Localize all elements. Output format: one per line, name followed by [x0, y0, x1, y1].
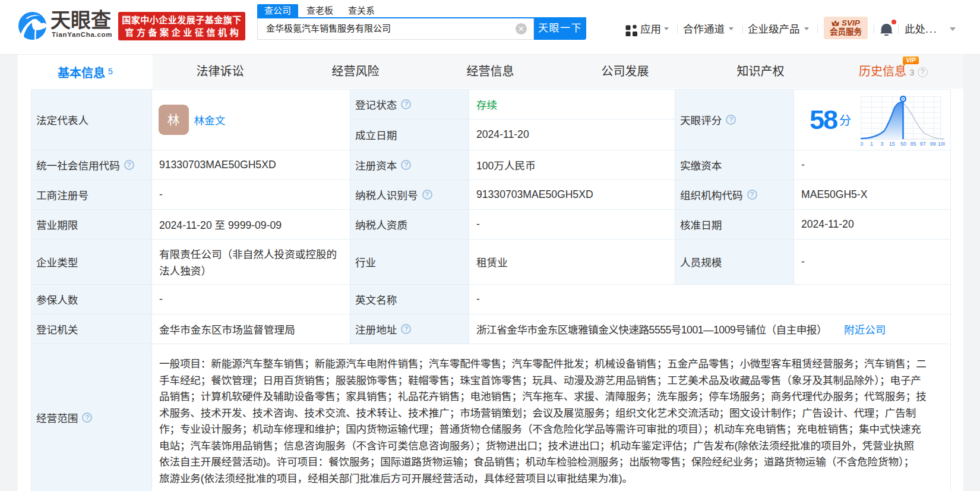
svg-text:50: 50 — [900, 141, 906, 147]
svg-text:99: 99 — [930, 141, 936, 147]
svg-text:100: 100 — [938, 141, 945, 147]
svg-text:1: 1 — [870, 141, 873, 147]
svg-text:97: 97 — [920, 141, 926, 147]
svg-text:85: 85 — [910, 141, 916, 147]
svg-text:3: 3 — [880, 141, 883, 147]
svg-text:15: 15 — [889, 141, 895, 147]
svg-text:0: 0 — [861, 141, 863, 147]
